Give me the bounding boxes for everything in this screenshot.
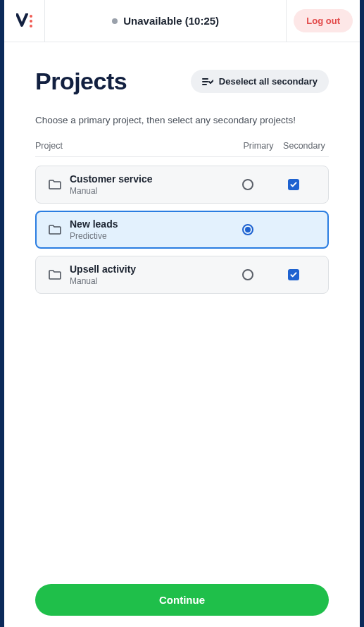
- page-subtitle: Choose a primary project, then select an…: [35, 115, 329, 125]
- deselect-label: Deselect all secondary: [219, 76, 318, 87]
- column-header-primary: Primary: [237, 141, 280, 151]
- app-logo: [4, 0, 45, 42]
- project-labels: Customer serviceManual: [64, 173, 227, 196]
- primary-radio[interactable]: [242, 224, 253, 235]
- footer: Continue: [4, 574, 360, 627]
- svg-point-2: [30, 25, 32, 27]
- project-type: Manual: [70, 276, 227, 286]
- primary-radio[interactable]: [242, 179, 253, 190]
- project-name: Customer service: [70, 173, 227, 185]
- page-title: Projects: [35, 68, 127, 95]
- svg-point-1: [30, 20, 32, 23]
- primary-radio[interactable]: [242, 269, 253, 280]
- continue-button[interactable]: Continue: [35, 584, 329, 616]
- folder-icon: [46, 270, 64, 280]
- folder-icon: [46, 225, 64, 235]
- folder-icon: [46, 180, 64, 190]
- header: Unavailable (10:25) Log out: [4, 0, 360, 42]
- primary-cell: [227, 179, 269, 190]
- primary-cell: [227, 269, 269, 280]
- status-text: Unavailable (10:25): [123, 15, 219, 27]
- logout-area: Log out: [287, 0, 360, 42]
- project-row[interactable]: Upsell activityManual: [35, 256, 329, 294]
- secondary-checkbox[interactable]: [288, 179, 299, 190]
- project-type: Manual: [70, 186, 227, 196]
- project-name: New leads: [70, 218, 227, 230]
- project-row[interactable]: Customer serviceManual: [35, 166, 329, 204]
- title-row: Projects Deselect all secondary: [35, 68, 329, 95]
- secondary-checkbox[interactable]: [288, 269, 299, 280]
- project-list: Customer serviceManualNew leadsPredictiv…: [35, 166, 329, 301]
- logo-icon: [16, 13, 33, 29]
- project-row[interactable]: New leadsPredictive: [35, 211, 329, 249]
- app-frame: Unavailable (10:25) Log out Projects Des…: [4, 0, 360, 627]
- deselect-icon: [202, 77, 213, 87]
- availability-status[interactable]: Unavailable (10:25): [45, 0, 287, 42]
- logout-button[interactable]: Log out: [294, 9, 353, 32]
- table-header: Project Primary Secondary: [35, 141, 329, 157]
- project-name: Upsell activity: [70, 263, 227, 275]
- column-header-project: Project: [35, 141, 237, 151]
- deselect-all-secondary-button[interactable]: Deselect all secondary: [191, 70, 329, 93]
- secondary-cell: [269, 269, 318, 280]
- content: Projects Deselect all secondary Choose a…: [4, 42, 360, 574]
- project-type: Predictive: [70, 231, 227, 241]
- svg-point-0: [30, 15, 32, 18]
- project-labels: Upsell activityManual: [64, 263, 227, 286]
- status-dot-icon: [112, 18, 118, 24]
- secondary-cell: [269, 179, 318, 190]
- column-header-secondary: Secondary: [280, 141, 329, 151]
- project-labels: New leadsPredictive: [64, 218, 227, 241]
- primary-cell: [227, 224, 269, 235]
